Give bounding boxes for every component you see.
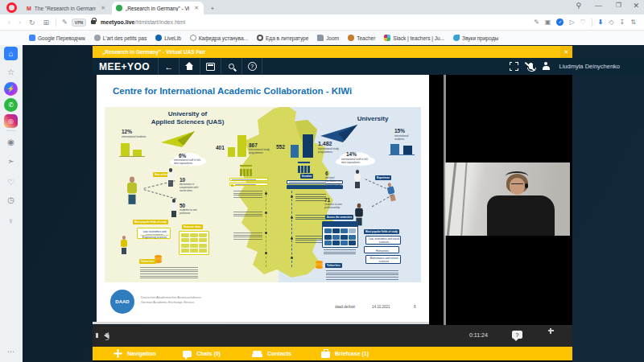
back-button[interactable]: ← bbox=[158, 58, 179, 75]
favorites-heart-icon[interactable]: ♡ bbox=[4, 175, 18, 189]
settings-sliders-icon[interactable]: ⇅ bbox=[630, 19, 636, 26]
feedback-bubble-icon[interactable]: ? bbox=[512, 331, 522, 339]
fullscreen-icon[interactable] bbox=[510, 62, 518, 71]
speed-dial-icon[interactable]: ⊞ bbox=[43, 19, 50, 27]
badge-fields-uni: Most popular fields of study bbox=[364, 229, 399, 234]
history-clock-icon[interactable]: ◷ bbox=[4, 193, 18, 207]
home-button[interactable] bbox=[179, 58, 200, 75]
close-window-button[interactable]: ✕ bbox=[633, 2, 639, 10]
uas-students-pct: 12% bbox=[122, 129, 132, 134]
uni-students-pct: 15% bbox=[394, 128, 405, 134]
slide-scrollbar[interactable] bbox=[93, 322, 429, 324]
bookmark-folder[interactable]: Joom bbox=[317, 35, 339, 41]
badge-new-online: New online bbox=[153, 172, 169, 177]
uni-docs-label: doctoral candidates per professorship bbox=[325, 176, 345, 186]
forward-icon[interactable]: › bbox=[19, 19, 21, 27]
uas-students-label: international students bbox=[122, 135, 149, 138]
bookmark-item[interactable]: Звуки природы bbox=[453, 35, 498, 41]
coins-icon bbox=[316, 265, 323, 269]
back-icon[interactable]: ‹ bbox=[8, 19, 10, 27]
search-tabs-icon[interactable]: ⚲ bbox=[576, 2, 581, 10]
bookmark-item[interactable]: Еда в литературе bbox=[257, 35, 308, 41]
search-button[interactable] bbox=[221, 58, 242, 75]
uas-doctorates: 10 bbox=[180, 177, 185, 183]
bookmark-item[interactable]: Teacher bbox=[348, 35, 375, 41]
teacher-icon bbox=[348, 35, 354, 41]
help-button[interactable] bbox=[242, 58, 262, 75]
bookmark-item[interactable]: L'art des petits pas bbox=[94, 35, 147, 41]
nav-navigation[interactable]: Navigation bbox=[114, 349, 183, 358]
minimize-button[interactable]: — bbox=[595, 2, 602, 10]
footer-page-number: 8 bbox=[414, 305, 416, 309]
reload-icon[interactable]: ↻ bbox=[29, 19, 35, 27]
bookmark-item[interactable]: Slack | teachers | Ju... bbox=[384, 35, 444, 41]
presentation-slide[interactable]: Centre for International Academic Collab… bbox=[97, 75, 429, 322]
downloads-tray-icon[interactable]: ↧ bbox=[620, 19, 625, 26]
user-icon[interactable] bbox=[543, 66, 549, 72]
uni-heading: University bbox=[336, 115, 409, 123]
opera-menu-icon[interactable] bbox=[6, 2, 17, 13]
lock-icon bbox=[91, 20, 96, 24]
whatsapp-icon[interactable]: ✆ bbox=[4, 98, 18, 112]
bookmark-heart-icon[interactable]: ♡ bbox=[580, 19, 586, 26]
uas-doctorates-label: doctorates in cooperation with universit… bbox=[180, 183, 200, 192]
mini-bar bbox=[121, 143, 130, 156]
maximize-button[interactable]: ❐ bbox=[616, 2, 621, 9]
flow-icon[interactable]: ➣ bbox=[4, 154, 18, 168]
uni-ratio-label: students to one professorship bbox=[324, 203, 344, 209]
tab-meetyoo[interactable]: „Research in Germany" - Vi ✕ bbox=[112, 2, 204, 14]
bookmark-item[interactable]: LiveLib bbox=[155, 35, 181, 41]
folder-icon bbox=[317, 35, 324, 41]
edit-icon[interactable]: ✎ bbox=[534, 19, 539, 26]
timeline-uni bbox=[291, 191, 292, 267]
bookmark-item[interactable]: Кафедра устанува... bbox=[190, 35, 248, 41]
media-player-icon[interactable]: ▷ bbox=[569, 19, 574, 26]
window-frame bbox=[445, 162, 456, 236]
video-panel bbox=[429, 75, 572, 325]
speaker-body bbox=[487, 195, 555, 236]
fair-window-titlebar[interactable]: „Research in Germany" - Virtual UAS Fair… bbox=[93, 46, 572, 58]
mic-muted-icon[interactable] bbox=[529, 63, 533, 69]
fees-notes bbox=[140, 267, 198, 278]
bookmarks-star-icon[interactable]: ☆ bbox=[4, 65, 18, 79]
header-right: Liudmyla Deinychenko bbox=[510, 58, 620, 75]
uni-staff-pct: 14% bbox=[346, 151, 357, 157]
scientist-figure bbox=[167, 168, 174, 187]
shield-check-icon[interactable]: ✓ bbox=[556, 19, 564, 26]
agenda-button[interactable] bbox=[200, 58, 221, 75]
extension-icon[interactable]: ◇ bbox=[609, 19, 613, 26]
mini-bar bbox=[390, 144, 399, 154]
close-fair-icon[interactable]: ✕ bbox=[560, 46, 572, 58]
chat-icon bbox=[183, 351, 192, 357]
uni-staff-label: international staff in full-time equival… bbox=[341, 158, 372, 164]
tab-gmail[interactable]: M The "Research in Germany" ✕ bbox=[23, 2, 109, 14]
livelib-icon bbox=[155, 35, 162, 41]
vpn-badge[interactable]: VPN bbox=[72, 19, 86, 27]
extensions-bulb-icon[interactable]: ♀ bbox=[4, 214, 18, 228]
field-box: Mathematics and natural sciences bbox=[365, 255, 401, 264]
sidebar-more-icon[interactable]: ⋯ bbox=[4, 344, 18, 358]
nav-chats[interactable]: Chats (0) bbox=[183, 351, 252, 357]
nav-contacts[interactable]: Contacts bbox=[252, 350, 321, 357]
player-bar: 0:11:24 ? bbox=[93, 325, 572, 347]
new-tab-button[interactable]: + bbox=[207, 2, 218, 14]
webcam-video[interactable] bbox=[445, 162, 570, 236]
bookmark-item[interactable]: Google Переводчик bbox=[29, 35, 85, 41]
player-icon[interactable]: ◉ bbox=[4, 135, 18, 149]
close-tab-icon[interactable]: ✕ bbox=[101, 5, 105, 11]
badge-semester-uas: Semester dates bbox=[182, 224, 203, 229]
link-icon[interactable]: ✎ bbox=[62, 19, 68, 26]
download-active-icon[interactable]: ⬇ bbox=[598, 19, 604, 26]
google-translate-icon bbox=[29, 35, 35, 41]
url-text[interactable]: meetyoo.live/htmlstart/index.html bbox=[101, 19, 185, 25]
volume-icon[interactable] bbox=[104, 332, 109, 339]
bottom-navigation: Navigation Chats (0) Contacts Briefcase … bbox=[93, 347, 572, 360]
speed-dial-icon[interactable]: ⌂ bbox=[4, 47, 18, 60]
instagram-icon[interactable]: ◎ bbox=[4, 114, 18, 128]
uas-prog-from: 401 bbox=[216, 145, 225, 150]
close-tab-icon[interactable]: ✕ bbox=[194, 5, 199, 11]
search-icon bbox=[229, 64, 234, 69]
messenger-icon[interactable]: ⚡ bbox=[4, 82, 18, 96]
nav-briefcase[interactable]: Briefcase (1) bbox=[321, 350, 390, 358]
snapshot-icon[interactable]: ▣ bbox=[545, 19, 551, 26]
